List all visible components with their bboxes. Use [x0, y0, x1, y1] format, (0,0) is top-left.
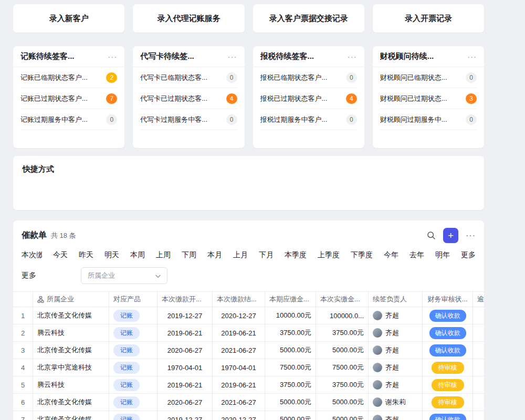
more-menu-icon[interactable]: ···	[348, 52, 357, 61]
stat-item[interactable]: 记账过期服务中客户... 0	[20, 109, 117, 130]
more-filters-label[interactable]: 更多	[22, 271, 36, 280]
pay-end-column-header[interactable]: 本次缴款结...	[213, 292, 265, 307]
overdue-cell[interactable]	[473, 394, 484, 411]
product-cell[interactable]: 记账	[109, 411, 158, 420]
stat-item[interactable]: 代写卡过期服务中客... 0	[140, 109, 237, 130]
product-column-header[interactable]: 对应产品	[109, 292, 158, 307]
amount-paid-cell[interactable]: 3750.00元	[316, 324, 369, 341]
overdue-cell[interactable]	[473, 411, 484, 420]
pay-start-cell[interactable]: 1970-04-01	[158, 359, 213, 376]
overdue-cell[interactable]	[473, 324, 484, 341]
pay-start-cell[interactable]: 2020-06-27	[158, 394, 213, 411]
pay-start-cell[interactable]: 2019-06-21	[158, 324, 213, 341]
stat-item[interactable]: 记账已临期状态客户... 2	[20, 67, 117, 88]
product-cell[interactable]: 记账	[109, 342, 158, 359]
stat-item[interactable]: 财税顾问已临期状态... 0	[380, 67, 477, 88]
add-bookkeeping-service-button[interactable]: 录入代理记账服务	[133, 4, 244, 33]
amount-paid-cell[interactable]: 3750.00元	[316, 376, 369, 393]
filter-this-quarter[interactable]: 本季度	[285, 250, 307, 260]
filter-last-month[interactable]: 上月	[233, 250, 248, 260]
stat-item[interactable]: 报税已临期状态客户... 0	[260, 67, 357, 88]
amount-due-cell[interactable]: 3750.00元	[265, 376, 316, 393]
owner-cell[interactable]: 齐超	[369, 324, 423, 341]
stat-item[interactable]: 财税顾问过期服务中... 0	[380, 109, 477, 130]
more-menu-icon[interactable]: ···	[108, 52, 117, 61]
filter-last-week[interactable]: 上周	[156, 250, 171, 260]
filter-field-label[interactable]: 本次缴款结...	[22, 250, 42, 260]
company-cell[interactable]: 北京掌中宽途科技	[33, 359, 109, 376]
owner-cell[interactable]: 齐超	[369, 376, 423, 393]
company-cell[interactable]: 北京传圣文化传媒	[33, 411, 109, 420]
finance-status-cell[interactable]: 确认收款	[423, 324, 473, 341]
overdue-cell[interactable]	[473, 342, 484, 359]
filter-last-quarter[interactable]: 上季度	[318, 250, 340, 260]
finance-status-cell[interactable]: 确认收款	[423, 411, 473, 420]
owner-cell[interactable]: 齐超	[369, 359, 423, 376]
owner-cell[interactable]: 谢朱莉	[369, 394, 423, 411]
filter-next-week[interactable]: 下周	[182, 250, 196, 260]
company-cell[interactable]: 北京传圣文化传媒	[33, 342, 109, 359]
pay-start-cell[interactable]: 2019-12-27	[158, 411, 213, 420]
filter-next-month[interactable]: 下月	[259, 250, 274, 260]
company-cell[interactable]: 腾云科技	[33, 376, 109, 393]
finance-status-cell[interactable]: 待审核	[423, 359, 473, 376]
pay-end-cell[interactable]: 2020-12-27	[213, 411, 265, 420]
company-cell[interactable]: 北京传圣文化传媒	[33, 307, 109, 324]
company-filter-select[interactable]: 所属企业	[81, 267, 167, 284]
amount-paid-cell[interactable]: 5000.00元	[316, 411, 369, 420]
amount-due-column-header[interactable]: 本期应缴金...	[265, 292, 316, 307]
finance-status-cell[interactable]: 待审核	[423, 376, 473, 393]
filter-this-year[interactable]: 今年	[384, 250, 398, 260]
add-customer-button[interactable]: 录入新客户	[13, 4, 124, 33]
amount-due-cell[interactable]: 5000.00元	[265, 394, 316, 411]
company-cell[interactable]: 腾云科技	[33, 324, 109, 341]
amount-due-cell[interactable]: 3750.00元	[265, 324, 316, 341]
owner-column-header[interactable]: 续签负责人	[369, 292, 423, 307]
overdue-cell[interactable]	[473, 307, 484, 324]
pay-end-cell[interactable]: 2019-06-21	[213, 376, 265, 393]
product-cell[interactable]: 记账	[109, 307, 158, 324]
pay-start-cell[interactable]: 2019-12-27	[158, 307, 213, 324]
amount-due-cell[interactable]: 7500.00元	[265, 359, 316, 376]
filter-next-quarter[interactable]: 下季度	[351, 250, 373, 260]
amount-paid-cell[interactable]: 7500.00元	[316, 359, 369, 376]
product-cell[interactable]: 记账	[109, 376, 158, 393]
filter-this-week[interactable]: 本周	[130, 250, 145, 260]
filter-more[interactable]: 更多	[461, 250, 476, 260]
pay-end-cell[interactable]: 1970-04-01	[213, 359, 265, 376]
owner-cell[interactable]: 齐超	[369, 307, 423, 324]
finance-status-column-header[interactable]: 财务审核状...	[423, 292, 473, 307]
stat-item[interactable]: 财税顾问已过期状态... 3	[380, 88, 477, 109]
pay-end-cell[interactable]: 2021-06-27	[213, 394, 265, 411]
amount-paid-cell[interactable]: 5000.00元	[316, 394, 369, 411]
product-cell[interactable]: 记账	[109, 324, 158, 341]
amount-paid-cell[interactable]: 100000.0...	[316, 307, 369, 324]
pay-start-column-header[interactable]: 本次缴款开...	[158, 292, 213, 307]
filter-yesterday[interactable]: 昨天	[79, 250, 93, 260]
search-icon[interactable]	[427, 231, 436, 240]
add-record-button[interactable]: +	[443, 228, 458, 243]
more-menu-icon[interactable]: ···	[467, 52, 477, 61]
filter-today[interactable]: 今天	[53, 250, 68, 260]
amount-paid-column-header[interactable]: 本次实缴金...	[316, 292, 369, 307]
pay-end-cell[interactable]: 2021-06-27	[213, 342, 265, 359]
company-cell[interactable]: 北京传圣文化传媒	[33, 394, 109, 411]
pay-start-cell[interactable]: 2020-06-27	[158, 342, 213, 359]
amount-due-cell[interactable]: 5000.00元	[265, 411, 316, 420]
amount-due-cell[interactable]: 5000.00元	[265, 342, 316, 359]
stat-item[interactable]: 报税过期服务中客户... 0	[260, 109, 357, 130]
company-column-header[interactable]: 所属企业	[33, 292, 109, 307]
finance-status-cell[interactable]: 确认收款	[423, 307, 473, 324]
product-cell[interactable]: 记账	[109, 394, 158, 411]
filter-this-month[interactable]: 本月	[207, 250, 222, 260]
overdue-cell[interactable]	[473, 359, 484, 376]
product-cell[interactable]: 记账	[109, 359, 158, 376]
pay-start-cell[interactable]: 2019-06-21	[158, 376, 213, 393]
amount-due-cell[interactable]: 10000.00元	[265, 307, 316, 324]
overdue-column-header[interactable]: 逾	[473, 292, 484, 307]
stat-item[interactable]: 代写卡已临期状态客... 0	[140, 67, 237, 88]
finance-status-cell[interactable]: 待审核	[423, 394, 473, 411]
more-menu-icon[interactable]: ···	[228, 52, 237, 61]
owner-cell[interactable]: 齐超	[369, 411, 423, 420]
filter-tomorrow[interactable]: 明天	[104, 250, 119, 260]
